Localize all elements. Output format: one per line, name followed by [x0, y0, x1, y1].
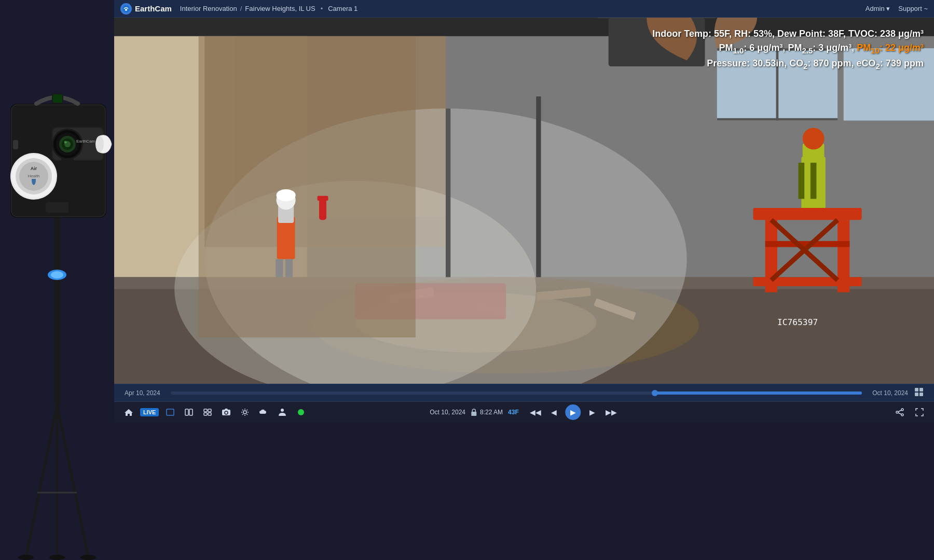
svg-line-105 — [898, 410, 901, 412]
svg-rect-90 — [167, 409, 174, 415]
status-indicator — [294, 406, 308, 418]
split-view-button[interactable] — [182, 406, 196, 418]
svg-rect-60 — [446, 108, 450, 277]
weather-button[interactable] — [256, 406, 271, 418]
breadcrumb-location: Fairview Heights, IL US — [245, 5, 315, 12]
svg-point-67 — [277, 189, 296, 201]
svg-rect-66 — [285, 259, 293, 277]
breadcrumb-dot: • — [321, 5, 323, 12]
breadcrumb-camera: Camera 1 — [328, 5, 358, 12]
logo-icon — [120, 3, 132, 15]
playback-temp: 43F — [508, 409, 519, 416]
svg-rect-96 — [208, 413, 211, 415]
svg-text:IC765397: IC765397 — [777, 317, 818, 327]
breadcrumb-sep1: / — [240, 5, 242, 12]
green-status-dot — [298, 409, 304, 415]
svg-point-28 — [64, 141, 67, 144]
svg-rect-72 — [811, 163, 817, 199]
fast-forward-button[interactable]: ▶▶ — [604, 406, 619, 418]
live-badge[interactable]: LIVE — [140, 408, 159, 416]
svg-point-36 — [125, 9, 127, 11]
single-view-button[interactable] — [163, 406, 177, 418]
quad-view-button[interactable] — [200, 406, 215, 418]
camera-device: Air Health EarthCam — [0, 0, 114, 560]
home-button[interactable] — [121, 406, 136, 418]
svg-rect-77 — [753, 277, 861, 286]
svg-rect-12 — [13, 140, 18, 149]
svg-point-31 — [95, 136, 104, 152]
timeline-progress — [655, 391, 862, 395]
share-button[interactable] — [892, 406, 907, 418]
step-forward-button[interactable]: ▶ — [585, 406, 600, 418]
svg-rect-86 — [915, 388, 918, 391]
svg-point-9 — [49, 555, 65, 560]
svg-rect-33 — [53, 94, 62, 103]
breadcrumb: Interior Renovation / Fairview Heights, … — [180, 5, 866, 12]
people-button[interactable] — [275, 406, 290, 418]
svg-line-1 — [57, 404, 88, 557]
svg-rect-82 — [318, 196, 328, 201]
svg-rect-95 — [204, 413, 207, 415]
main-content: EarthCam Interior Renovation / Fairview … — [114, 0, 934, 560]
timeline-thumb[interactable] — [652, 390, 658, 396]
video-frame: IC765397 Indoor Temp: 55F, RH: 53%, Dew … — [114, 18, 934, 384]
navbar-right: Admin ▾ Support ~ — [866, 5, 928, 12]
lock-icon — [471, 409, 477, 416]
controls-bar: LIVE — [114, 401, 934, 422]
svg-rect-101 — [471, 412, 476, 416]
svg-rect-29 — [61, 158, 74, 166]
grid-view-button[interactable] — [914, 387, 924, 399]
svg-point-103 — [896, 411, 898, 413]
svg-rect-59 — [199, 36, 416, 338]
admin-button[interactable]: Admin ▾ — [866, 5, 890, 12]
sensor-line2: PM1.0: 6 μg/m³, PM2.5: 3 μg/m³, PM10: 22… — [652, 41, 924, 57]
svg-rect-73 — [753, 208, 861, 220]
svg-rect-93 — [204, 409, 207, 412]
svg-rect-34 — [46, 202, 68, 213]
timeline-start-date: Apr 10, 2024 — [125, 389, 160, 397]
svg-rect-61 — [536, 96, 541, 277]
svg-rect-65 — [276, 259, 283, 277]
playback-time: 8:22 AM — [480, 409, 503, 416]
svg-rect-62 — [277, 217, 295, 259]
controls-left: LIVE — [121, 406, 308, 418]
svg-rect-87 — [919, 388, 923, 391]
svg-text:Air: Air — [31, 166, 37, 171]
timeline-track[interactable] — [171, 391, 862, 395]
logo: EarthCam — [120, 3, 172, 15]
support-button[interactable]: Support ~ — [898, 5, 928, 12]
play-button[interactable]: ▶ — [566, 404, 581, 420]
sensor-line3: Pressure: 30.53in, CO2: 870 ppm, eCO2: 7… — [652, 57, 924, 72]
snapshot-button[interactable] — [219, 406, 233, 418]
settings-button[interactable] — [238, 406, 252, 418]
svg-rect-94 — [208, 409, 211, 412]
svg-point-6 — [51, 271, 63, 278]
fullscreen-button[interactable] — [912, 406, 927, 418]
svg-point-100 — [281, 409, 284, 412]
svg-point-104 — [901, 414, 903, 416]
svg-line-106 — [898, 413, 901, 414]
navbar: EarthCam Interior Renovation / Fairview … — [114, 0, 934, 18]
sensor-overlay: Indoor Temp: 55F, RH: 53%, Dew Point: 38… — [652, 27, 924, 72]
timeline-bar: Apr 10, 2024 Oct 10, 2024 — [114, 384, 934, 401]
sensor-line1: Indoor Temp: 55F, RH: 53%, Dew Point: 38… — [652, 27, 924, 41]
svg-point-70 — [803, 128, 825, 149]
svg-rect-89 — [919, 393, 923, 396]
svg-text:Health: Health — [28, 174, 39, 178]
svg-rect-92 — [189, 409, 193, 415]
svg-point-102 — [901, 409, 903, 411]
playback-date: Oct 10, 2024 — [430, 409, 465, 416]
svg-rect-71 — [799, 163, 805, 199]
svg-rect-88 — [915, 393, 918, 396]
svg-rect-91 — [185, 409, 188, 415]
rewind-button[interactable]: ◀◀ — [528, 406, 543, 418]
svg-point-7 — [18, 555, 34, 560]
svg-point-99 — [243, 411, 246, 414]
step-back-button[interactable]: ◀ — [547, 406, 561, 418]
breadcrumb-project: Interior Renovation — [180, 5, 237, 12]
logo-text: EarthCam — [135, 4, 172, 13]
controls-right — [892, 406, 927, 418]
svg-point-8 — [80, 555, 96, 560]
svg-line-0 — [26, 404, 57, 557]
svg-text:EarthCam: EarthCam — [76, 139, 95, 144]
